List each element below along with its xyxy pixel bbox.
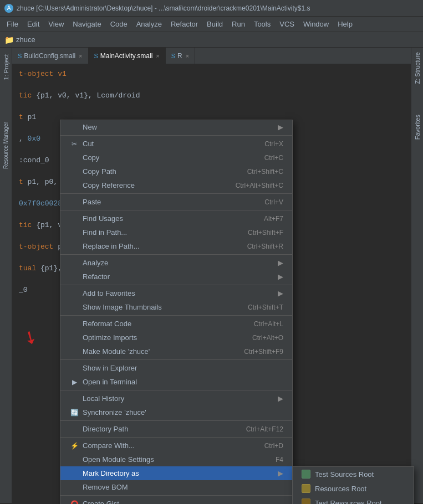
ctx-synchronize-icon: 🔄: [69, 409, 79, 416]
project-folder-icon: 📁: [4, 35, 14, 44]
ctx-open-terminal-icon: ▶: [69, 378, 79, 386]
ctx-module-settings-shortcut: F4: [276, 456, 283, 464]
menu-vcs[interactable]: VCS: [275, 18, 299, 30]
ctx-show-explorer[interactable]: Show in Explorer: [60, 361, 292, 375]
tab-icon-mainactivity: S: [94, 53, 98, 59]
tab-icon-buildconfig: S: [18, 53, 22, 59]
ctx-sep-10: [60, 495, 292, 496]
resources-root-icon: [302, 484, 310, 493]
ctx-copy-shortcut: Ctrl+C: [264, 154, 283, 162]
ctx-dir-path-shortcut: Ctrl+Alt+F12: [246, 425, 283, 433]
ctx-copy-ref-shortcut: Ctrl+Alt+Shift+C: [236, 182, 283, 189]
menu-code[interactable]: Code: [106, 18, 132, 30]
ctx-show-image[interactable]: Show Image Thumbnails Ctrl+Shift+T: [60, 300, 292, 314]
tab-close-mainactivity[interactable]: ×: [156, 53, 159, 59]
ctx-analyze-arrow: ▶: [278, 259, 283, 267]
submenu-test-resources-root[interactable]: Test Resources Root: [293, 496, 414, 504]
ctx-copy-path[interactable]: Copy Path Ctrl+Shift+C: [60, 164, 292, 178]
ctx-sep-7: [60, 390, 292, 390]
project-root-label: zhuce: [16, 35, 35, 44]
ctx-paste-shortcut: Ctrl+V: [264, 198, 283, 206]
ctx-open-terminal[interactable]: ▶ Open in Terminal: [60, 375, 292, 389]
title-bar: A zhuce [C:\Users\Administrator\Desktop\…: [0, 0, 423, 17]
ctx-synchronize[interactable]: 🔄 Synchronize 'zhuce': [60, 405, 292, 419]
ctx-refactor-arrow: ▶: [278, 272, 283, 281]
sidebar-favorites-label[interactable]: Favorites: [413, 110, 422, 144]
ctx-local-history-arrow: ▶: [278, 394, 283, 403]
ctx-remove-bom[interactable]: Remove BOM: [60, 480, 292, 494]
ctx-reformat[interactable]: Reformat Code Ctrl+Alt+L: [60, 317, 292, 331]
ctx-cut[interactable]: ✂ Cut Ctrl+X: [60, 137, 292, 151]
ctx-favorites-arrow: ▶: [278, 289, 283, 297]
ctx-find-path-shortcut: Ctrl+Shift+F: [248, 229, 283, 236]
ctx-sep-6: [60, 359, 292, 360]
ctx-directory-path[interactable]: Directory Path Ctrl+Alt+F12: [60, 422, 292, 436]
ctx-compare-icon: ⚡: [69, 442, 79, 450]
ctx-copy-reference[interactable]: Copy Reference Ctrl+Alt+Shift+C: [60, 178, 292, 192]
menu-navigate[interactable]: Navigate: [68, 18, 105, 30]
ctx-add-favorites[interactable]: Add to Favorites ▶: [60, 286, 292, 300]
ctx-sep-8: [60, 420, 292, 421]
tab-icon-r: S: [171, 53, 175, 59]
ctx-open-module-settings[interactable]: Open Module Settings F4: [60, 452, 292, 466]
right-sidebar: Z: Structure Favorites: [411, 48, 423, 503]
code-line-1: t-object v1: [19, 69, 404, 80]
menu-window[interactable]: Window: [299, 18, 333, 30]
tab-close-r[interactable]: ×: [186, 53, 189, 59]
sidebar-structure-label[interactable]: Z: Structure: [413, 48, 422, 88]
window-title: zhuce [C:\Users\Administrator\Desktop\zh…: [17, 4, 419, 12]
ctx-local-history[interactable]: Local History ▶: [60, 392, 292, 405]
menu-bar: File Edit View Navigate Code Analyze Ref…: [0, 17, 423, 32]
ctx-find-usages[interactable]: Find Usages Alt+F7: [60, 212, 292, 225]
code-line-2: [19, 80, 404, 91]
ctx-replace-path-shortcut: Ctrl+Shift+R: [247, 243, 283, 250]
ctx-sep-4: [60, 285, 292, 285]
ctx-paste[interactable]: Paste Ctrl+V: [60, 195, 292, 209]
submenu-test-sources-root[interactable]: Test Sources Root: [293, 467, 414, 481]
ctx-create-gist[interactable]: ⭕ Create Gist...: [60, 497, 292, 504]
tab-mainactivity[interactable]: S MainActivity.smali ×: [89, 48, 166, 64]
sidebar-resource-label[interactable]: Resource Manager: [2, 117, 10, 173]
ctx-make-module[interactable]: Make Module 'zhuce' Ctrl+Shift+F9: [60, 344, 292, 358]
tab-buildconfig[interactable]: S BuildConfig.smali ×: [12, 48, 89, 64]
sidebar-project-label[interactable]: 1: Project: [2, 50, 11, 84]
submenu-resources-root[interactable]: Resources Root: [293, 481, 414, 496]
tab-r[interactable]: S R ×: [166, 48, 195, 64]
ctx-reformat-shortcut: Ctrl+Alt+L: [254, 320, 283, 328]
ctx-optimize[interactable]: Optimize Imports Ctrl+Alt+O: [60, 331, 292, 344]
ctx-mark-dir-arrow: ▶: [278, 469, 283, 477]
menu-edit[interactable]: Edit: [23, 18, 44, 30]
ctx-new[interactable]: New ▶: [60, 120, 292, 134]
ctx-refactor[interactable]: Refactor ▶: [60, 270, 292, 284]
ctx-find-usages-shortcut: Alt+F7: [264, 215, 283, 223]
menu-run[interactable]: Run: [227, 18, 249, 30]
ctx-sep-2: [60, 210, 292, 210]
ctx-new-arrow: ▶: [278, 123, 283, 131]
menu-tools[interactable]: Tools: [249, 18, 275, 30]
ctx-show-image-shortcut: Ctrl+Shift+T: [248, 304, 283, 311]
ctx-find-in-path[interactable]: Find in Path... Ctrl+Shift+F: [60, 225, 292, 239]
ctx-sep-3: [60, 254, 292, 255]
ctx-mark-directory[interactable]: Mark Directory as ▶ Test Sources Root Re…: [60, 466, 292, 480]
menu-help[interactable]: Help: [333, 18, 357, 30]
test-sources-root-icon: [302, 470, 310, 479]
ctx-create-gist-icon: ⭕: [69, 500, 79, 505]
ctx-sep-1: [60, 193, 292, 194]
menu-build[interactable]: Build: [202, 18, 227, 30]
menu-file[interactable]: File: [2, 18, 23, 30]
ctx-analyze[interactable]: Analyze ▶: [60, 256, 292, 270]
tab-close-buildconfig[interactable]: ×: [79, 53, 82, 59]
code-line-3: tic {p1, v0, v1}, Lcom/droid: [19, 90, 404, 101]
menu-refactor[interactable]: Refactor: [166, 18, 202, 30]
ctx-copy-path-shortcut: Ctrl+Shift+C: [247, 168, 283, 176]
ctx-compare-with[interactable]: ⚡ Compare With... Ctrl+D: [60, 439, 292, 452]
tab-bar: S BuildConfig.smali × S MainActivity.sma…: [12, 48, 411, 64]
menu-analyze[interactable]: Analyze: [132, 18, 166, 30]
ctx-optimize-shortcut: Ctrl+Alt+O: [252, 334, 283, 342]
ctx-sep-0: [60, 135, 292, 136]
context-menu: New ▶ ✂ Cut Ctrl+X Copy Ctrl+C Copy Path…: [60, 120, 293, 504]
ctx-replace-in-path[interactable]: Replace in Path... Ctrl+Shift+R: [60, 239, 292, 253]
menu-view[interactable]: View: [44, 18, 68, 30]
ctx-copy[interactable]: Copy Ctrl+C: [60, 151, 292, 164]
ctx-cut-icon: ✂: [69, 140, 79, 148]
